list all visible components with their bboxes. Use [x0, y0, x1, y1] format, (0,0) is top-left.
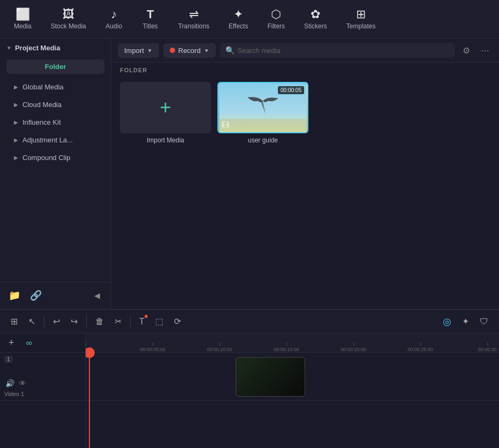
sidebar-item-compound-clip[interactable]: ▶ Compound Clip [3, 149, 108, 166]
avatar-tool-button[interactable]: ◎ [438, 313, 456, 331]
global-media-chevron-icon: ▶ [14, 84, 18, 90]
nav-label-audio: Audio [105, 22, 122, 30]
select-tool-button[interactable]: ⊞ [6, 313, 22, 330]
time-tick-10: 00:00:10:00 [207, 347, 232, 352]
project-media-chevron[interactable]: ▼ [6, 45, 12, 51]
timeline-toolbar: ⊞ ↖ ↩ ↪ 🗑 ✂ T ⬚ ⟳ ◎ ✦ 🛡 [0, 310, 499, 333]
nav-label-stickers: Stickers [304, 22, 327, 30]
toolbar-separator-2 [86, 315, 87, 328]
undo-button[interactable]: ↩ [49, 313, 64, 330]
add-track-button[interactable]: + [4, 334, 19, 352]
titles-icon: T [147, 9, 154, 20]
playhead[interactable] [89, 353, 90, 448]
video-track-row [86, 353, 499, 401]
import-dropdown-arrow-icon: ▼ [147, 48, 153, 54]
cloud-media-chevron-icon: ▶ [14, 102, 18, 108]
sidebar-item-label-influence-kit: Influence Kit [22, 118, 61, 126]
toolbar-separator-1 [44, 315, 44, 328]
media-item-import[interactable]: + Import Media [120, 82, 211, 144]
nav-item-audio[interactable]: ♪ Audio [98, 5, 130, 33]
nav-item-templates[interactable]: ⊞ Templates [339, 5, 383, 33]
link-folder-icon[interactable]: 🔗 [28, 287, 44, 303]
sidebar-item-label-adjustment-la: Adjustment La... [22, 136, 73, 144]
effects-icon: ✦ [233, 9, 243, 20]
sidebar-item-label-cloud-media: Cloud Media [22, 101, 62, 109]
templates-icon: ⊞ [356, 9, 366, 20]
nav-item-titles[interactable]: T Titles [134, 5, 167, 33]
user-guide-thumb[interactable]: 00:00:05 🎞 [217, 82, 308, 133]
link-track-button[interactable]: ∞ [22, 335, 36, 351]
stickers-icon: ✿ [311, 9, 320, 20]
tracks-add-row: + ∞ [0, 333, 85, 353]
search-input[interactable] [238, 47, 450, 55]
collapse-sidebar-icon[interactable]: ◀ [90, 289, 104, 302]
nav-label-transitions: Transitions [178, 22, 209, 30]
filter-icon[interactable]: ⚙ [459, 43, 473, 58]
sidebar-item-global-media[interactable]: ▶ Global Media [3, 79, 108, 95]
nav-item-media[interactable]: ⬜ Media [6, 5, 39, 33]
time-tick-20: 00:00:20:00 [341, 347, 366, 352]
rotate-tool-button[interactable]: ⟳ [170, 313, 185, 330]
eye-icon[interactable]: 👁 [18, 378, 27, 389]
audio-icon: ♪ [111, 9, 117, 20]
sparkle-tool-button[interactable]: ✦ [458, 313, 473, 330]
film-icon: 🎞 [222, 120, 229, 129]
record-button[interactable]: Record ▼ [163, 43, 216, 58]
sidebar-item-cloud-media[interactable]: ▶ Cloud Media [3, 96, 108, 113]
nav-item-filters[interactable]: ⬡ Filters [260, 5, 292, 33]
nav-label-titles: Titles [143, 22, 158, 30]
shield-tool-button[interactable]: 🛡 [475, 314, 493, 330]
video-track-label: Video 1 [4, 391, 81, 397]
plus-icon: + [160, 96, 171, 119]
import-label: Import [124, 47, 144, 55]
record-dropdown-arrow-icon: ▼ [204, 48, 209, 54]
add-folder-icon[interactable]: 📁 [6, 287, 22, 303]
scissors-button[interactable]: ✂ [110, 313, 126, 330]
sidebar-item-label-compound-clip: Compound Clip [22, 154, 71, 162]
nav-item-transitions[interactable]: ⇌ Transitions [171, 5, 217, 33]
folder-button[interactable]: Folder [6, 59, 104, 74]
timeline-right-tools: ◎ ✦ 🛡 [438, 313, 493, 331]
nav-label-templates: Templates [346, 22, 376, 30]
nav-item-stock-media[interactable]: 🖼 Stock Media [43, 5, 94, 33]
compound-clip-chevron-icon: ▶ [14, 155, 18, 161]
nav-label-effects: Effects [229, 22, 248, 30]
track-icons: 🔊 👁 [4, 378, 81, 389]
search-icon: 🔍 [225, 46, 235, 55]
text-tool-button[interactable]: T [135, 314, 149, 330]
stock-media-icon: 🖼 [63, 9, 74, 20]
transitions-icon: ⇌ [189, 9, 199, 20]
sidebar-item-adjustment-layer[interactable]: ▶ Adjustment La... [3, 132, 108, 148]
delete-button[interactable]: 🗑 [91, 314, 108, 330]
more-options-icon[interactable]: ⋯ [478, 43, 493, 58]
video-clip-inner [236, 358, 305, 396]
media-icon: ⬜ [16, 9, 30, 20]
volume-icon[interactable]: 🔊 [4, 378, 16, 389]
main-area: ▼ Project Media Folder ▶ Global Media ▶ … [0, 39, 499, 309]
influence-kit-chevron-icon: ▶ [14, 119, 18, 125]
sidebar-header-label: Project Media [15, 44, 61, 52]
timeline-content[interactable]: 00:00 00:00:05:00 00:00:10:00 00:00:15:0… [86, 333, 499, 448]
text-tool-indicator [145, 315, 148, 318]
redo-button[interactable]: ↪ [66, 313, 82, 330]
svg-rect-1 [220, 119, 307, 132]
nav-item-stickers[interactable]: ✿ Stickers [297, 5, 335, 33]
timeline-tracks-header: + ∞ 1 🔊 👁 Video 1 [0, 333, 86, 448]
content-area: Import ▼ Record ▼ 🔍 ⚙ ⋯ FOLDER + Imp [111, 39, 499, 309]
sidebar-item-influence-kit[interactable]: ▶ Influence Kit [3, 114, 108, 131]
record-label: Record [178, 47, 201, 55]
media-item-user-guide[interactable]: 00:00:05 🎞 user guide [217, 82, 308, 144]
timeline-body: + ∞ 1 🔊 👁 Video 1 00:00 [0, 333, 499, 448]
timeline-area: ⊞ ↖ ↩ ↪ 🗑 ✂ T ⬚ ⟳ ◎ ✦ 🛡 + ∞ [0, 309, 499, 448]
video-clip[interactable] [236, 357, 305, 397]
folder-section-label: FOLDER [111, 63, 499, 78]
import-media-thumb[interactable]: + [120, 82, 211, 133]
crop-tool-button[interactable]: ⬚ [151, 313, 168, 330]
time-tick-5: 00:00:05:00 [140, 347, 165, 352]
time-ruler: 00:00 00:00:05:00 00:00:10:00 00:00:15:0… [86, 333, 499, 353]
track-label-row-video1: 1 🔊 👁 Video 1 [0, 353, 85, 401]
import-button[interactable]: Import ▼ [118, 43, 159, 58]
time-tick-25: 00:00:25:00 [407, 347, 433, 352]
cursor-tool-button[interactable]: ↖ [24, 313, 40, 330]
nav-item-effects[interactable]: ✦ Effects [221, 5, 255, 33]
